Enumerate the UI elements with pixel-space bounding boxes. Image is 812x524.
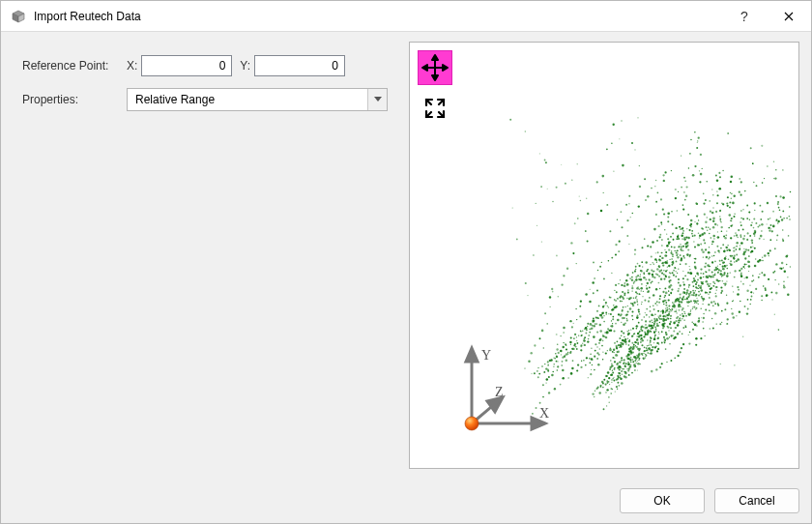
svg-point-985 — [557, 343, 559, 345]
svg-point-502 — [637, 263, 639, 265]
svg-point-1823 — [628, 203, 629, 204]
svg-point-31 — [677, 253, 679, 255]
svg-point-767 — [675, 327, 677, 329]
svg-point-224 — [717, 249, 719, 251]
svg-point-1536 — [736, 246, 738, 247]
svg-point-244 — [592, 360, 593, 361]
svg-point-1353 — [692, 308, 693, 309]
svg-point-848 — [647, 245, 649, 247]
svg-point-553 — [659, 322, 660, 323]
svg-point-241 — [590, 373, 592, 375]
svg-point-1241 — [775, 169, 777, 171]
svg-point-566 — [683, 284, 685, 286]
svg-point-1180 — [643, 353, 644, 354]
svg-point-1231 — [772, 225, 775, 228]
svg-point-1800 — [697, 140, 698, 141]
svg-point-1782 — [712, 194, 713, 195]
svg-point-584 — [723, 236, 725, 238]
settings-panel: Reference Point: X: Y: Properties: Relat… — [13, 42, 399, 469]
svg-point-1723 — [683, 292, 685, 294]
svg-point-189 — [644, 351, 645, 352]
svg-point-381 — [629, 359, 631, 361]
svg-point-844 — [646, 261, 648, 263]
svg-point-283 — [655, 201, 657, 203]
properties-combo[interactable]: Relative Range — [127, 88, 388, 111]
svg-point-1796 — [701, 317, 702, 318]
close-button[interactable] — [767, 1, 811, 32]
svg-point-1103 — [694, 301, 696, 303]
svg-point-337 — [659, 259, 661, 261]
svg-point-427 — [716, 179, 719, 182]
svg-point-1270 — [680, 259, 682, 261]
svg-point-129 — [627, 354, 629, 356]
svg-point-1298 — [716, 323, 717, 324]
svg-point-270 — [634, 253, 636, 255]
svg-point-343 — [668, 242, 670, 244]
svg-point-494 — [624, 292, 625, 294]
svg-point-1467 — [682, 297, 684, 299]
svg-point-1238 — [775, 195, 777, 197]
svg-point-1610 — [652, 280, 653, 282]
svg-point-398 — [664, 295, 665, 296]
svg-point-1149 — [698, 317, 700, 319]
svg-point-118 — [611, 382, 612, 383]
svg-point-1645 — [625, 343, 626, 344]
svg-point-1760 — [734, 364, 735, 365]
svg-point-1118 — [769, 239, 771, 241]
x-input[interactable] — [141, 55, 232, 76]
svg-point-174 — [693, 241, 694, 242]
svg-point-631 — [624, 285, 625, 287]
svg-point-1831 — [465, 417, 478, 430]
svg-point-853 — [659, 234, 661, 236]
svg-point-1406 — [598, 354, 600, 356]
svg-point-124 — [619, 365, 622, 368]
svg-point-1544 — [761, 223, 763, 225]
viewport-3d[interactable]: Y X Z — [409, 42, 799, 469]
svg-point-1513 — [668, 314, 670, 316]
svg-point-347 — [661, 223, 663, 225]
svg-point-150 — [658, 302, 660, 304]
y-input[interactable] — [254, 55, 345, 76]
cancel-button[interactable]: Cancel — [714, 488, 799, 513]
svg-point-284 — [660, 198, 662, 200]
svg-point-1824 — [619, 138, 620, 139]
svg-point-220 — [703, 256, 704, 257]
svg-point-1384 — [674, 336, 677, 339]
svg-point-228 — [724, 237, 726, 239]
svg-point-1807 — [565, 183, 566, 185]
chevron-down-icon — [367, 89, 387, 110]
svg-point-1518 — [686, 301, 688, 303]
svg-point-955 — [637, 304, 638, 305]
svg-point-823 — [600, 314, 602, 316]
svg-point-604 — [561, 354, 562, 355]
ok-button[interactable]: OK — [620, 488, 705, 513]
svg-point-1349 — [680, 314, 681, 315]
svg-point-325 — [638, 293, 640, 295]
svg-point-802 — [557, 369, 559, 371]
pan-tool-button[interactable] — [418, 50, 452, 85]
svg-point-1679 — [781, 262, 784, 265]
help-button[interactable]: ? — [722, 1, 767, 32]
svg-point-291 — [671, 170, 672, 171]
svg-point-259 — [622, 301, 623, 302]
svg-point-1485 — [734, 247, 735, 247]
svg-point-317 — [632, 319, 634, 321]
fit-view-button[interactable] — [418, 91, 452, 126]
svg-point-1769 — [574, 222, 576, 224]
svg-point-1731 — [743, 248, 744, 249]
svg-point-522 — [710, 218, 711, 220]
svg-point-1547 — [777, 222, 779, 224]
svg-point-912 — [670, 292, 672, 294]
svg-point-1608 — [646, 288, 648, 290]
svg-point-943 — [569, 352, 571, 354]
svg-point-1449 — [624, 340, 626, 342]
svg-point-1462 — [665, 307, 666, 308]
svg-point-77 — [677, 249, 679, 251]
svg-point-666 — [607, 371, 610, 374]
svg-point-510 — [676, 254, 678, 256]
svg-point-1400 — [787, 277, 788, 277]
svg-point-1154 — [710, 301, 713, 304]
svg-point-814 — [583, 339, 586, 342]
svg-point-1361 — [701, 282, 703, 284]
svg-point-776 — [698, 304, 699, 305]
